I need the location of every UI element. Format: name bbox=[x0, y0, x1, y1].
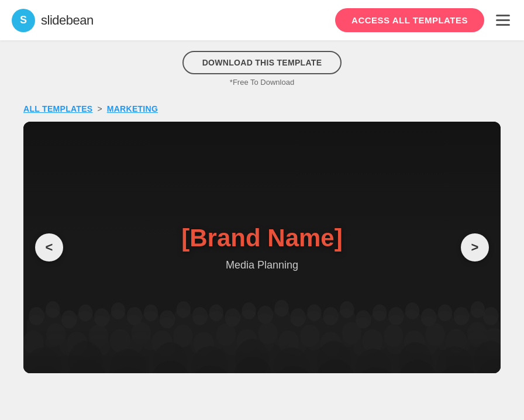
header-right: ACCESS ALL TEMPLATES bbox=[335, 8, 512, 32]
slide-image: [Brand Name] Media Planning bbox=[23, 122, 501, 373]
breadcrumb-current: MARKETING bbox=[107, 104, 158, 113]
logo-area: S slidebean bbox=[12, 9, 94, 32]
slide-prev-button[interactable]: < bbox=[35, 233, 63, 261]
slide-title: [Brand Name] bbox=[181, 224, 342, 252]
slide-content: [Brand Name] Media Planning bbox=[181, 224, 342, 271]
hamburger-line-1 bbox=[496, 15, 510, 16]
free-label: *Free To Download bbox=[230, 78, 294, 87]
top-banner: DOWNLOAD THIS TEMPLATE *Free To Download bbox=[0, 40, 524, 96]
access-all-templates-button[interactable]: ACCESS ALL TEMPLATES bbox=[335, 8, 484, 32]
download-button[interactable]: DOWNLOAD THIS TEMPLATE bbox=[182, 51, 342, 74]
slide-next-button[interactable]: > bbox=[461, 233, 489, 261]
hamburger-line-2 bbox=[496, 19, 510, 21]
slide-subtitle: Media Planning bbox=[181, 259, 342, 271]
hamburger-menu-button[interactable] bbox=[494, 12, 512, 28]
logo-name: slidebean bbox=[41, 13, 94, 28]
hamburger-line-3 bbox=[496, 24, 510, 26]
header: S slidebean ACCESS ALL TEMPLATES bbox=[0, 0, 524, 40]
logo-icon: S bbox=[12, 9, 35, 32]
breadcrumb: ALL TEMPLATES > MARKETING bbox=[0, 96, 524, 122]
breadcrumb-all-templates[interactable]: ALL TEMPLATES bbox=[23, 104, 93, 113]
breadcrumb-separator: > bbox=[98, 104, 102, 113]
template-slider: [Brand Name] Media Planning < > bbox=[23, 122, 501, 373]
page-footer bbox=[0, 373, 524, 420]
